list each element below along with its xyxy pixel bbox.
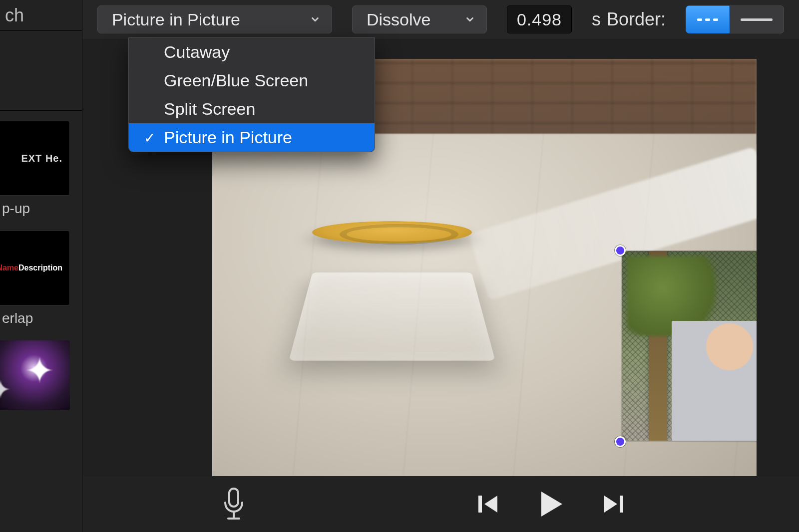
next-button[interactable] xyxy=(601,492,626,517)
playback-controls xyxy=(475,489,626,520)
check-icon: ✓ xyxy=(144,129,155,146)
voiceover-mic-button[interactable] xyxy=(222,488,245,521)
search-text: ch xyxy=(5,5,24,26)
pip-resize-handle[interactable] xyxy=(615,245,626,256)
pip-overlay[interactable] xyxy=(622,251,757,441)
title-label: p-up xyxy=(0,201,82,217)
thumbnail-text: Name Description xyxy=(0,264,62,272)
menu-item-picture-in-picture[interactable]: ✓ Picture in Picture xyxy=(129,123,375,152)
menu-item-cutaway[interactable]: Cutaway xyxy=(129,38,375,66)
chevron-down-icon xyxy=(464,14,475,25)
sidebar-divider xyxy=(0,31,82,111)
previous-button[interactable] xyxy=(475,492,500,517)
search-field[interactable]: ch xyxy=(0,0,82,31)
svg-rect-0 xyxy=(229,489,238,507)
title-list: EXT He. p-up Name Description erlap TU xyxy=(0,111,82,532)
title-thumbnail[interactable]: EXT He. xyxy=(0,121,70,196)
title-label: erlap xyxy=(0,310,82,326)
duration-value: 0.498 xyxy=(517,10,562,29)
duration-unit: s xyxy=(592,9,601,30)
overlay-mode-dropdown: Cutaway Green/Blue Screen Split Screen ✓… xyxy=(128,37,375,152)
menu-item-label: Cutaway xyxy=(164,42,230,62)
svg-rect-4 xyxy=(620,496,623,513)
menu-item-split-screen[interactable]: Split Screen xyxy=(129,95,375,123)
menu-item-label: Split Screen xyxy=(164,99,255,119)
svg-rect-3 xyxy=(478,496,482,513)
preview-disc xyxy=(312,221,472,244)
chevron-down-icon xyxy=(310,14,321,25)
duration-field[interactable]: 0.498 xyxy=(507,5,572,33)
border-style-segmented xyxy=(686,5,784,33)
border-label: Border: xyxy=(607,9,666,30)
menu-item-green-blue-screen[interactable]: Green/Blue Screen xyxy=(129,66,375,95)
duration-unit-and-border-label: s Border: xyxy=(592,9,666,30)
pip-person xyxy=(672,321,757,441)
transition-value: Dissolve xyxy=(367,10,430,29)
pip-resize-handle[interactable] xyxy=(615,436,626,447)
thumbnail-text: EXT He. xyxy=(21,153,62,164)
menu-item-label: Green/Blue Screen xyxy=(164,71,308,90)
menu-item-label: Picture in Picture xyxy=(164,128,292,147)
dashes-icon xyxy=(697,18,718,21)
play-button[interactable] xyxy=(535,489,566,520)
border-line-button[interactable] xyxy=(730,5,784,33)
solid-line-icon xyxy=(741,18,773,21)
overlay-toolbar: Picture in Picture Dissolve 0.498 s Bord… xyxy=(82,0,799,39)
overlay-mode-value: Picture in Picture xyxy=(112,10,240,29)
border-none-button[interactable] xyxy=(686,5,730,33)
playback-bar xyxy=(82,476,799,532)
titles-sidebar: ch EXT He. p-up Name Description erlap T… xyxy=(0,0,82,532)
app-root: ch EXT He. p-up Name Description erlap T… xyxy=(0,0,799,532)
title-thumbnail[interactable]: Name Description xyxy=(0,231,70,305)
transition-select[interactable]: Dissolve xyxy=(352,5,487,33)
title-thumbnail[interactable]: TU xyxy=(0,340,70,410)
overlay-mode-select[interactable]: Picture in Picture xyxy=(97,5,332,33)
preview-stand xyxy=(289,272,495,361)
